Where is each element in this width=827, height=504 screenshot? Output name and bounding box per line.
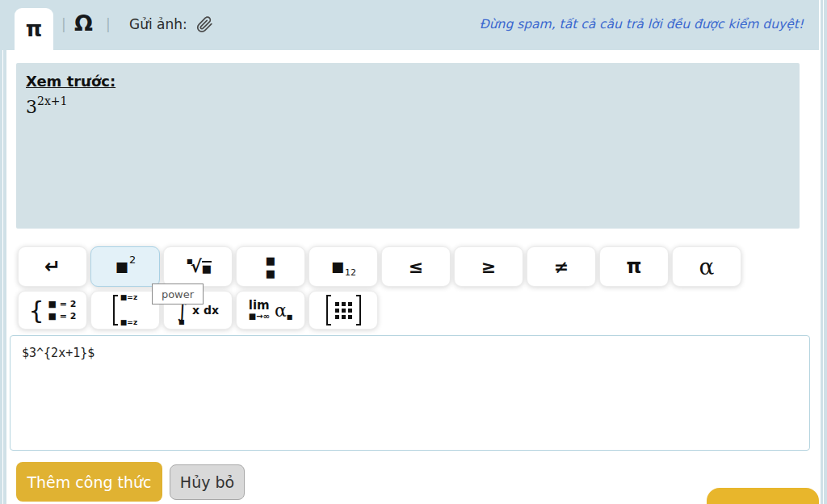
- page-border-right: [821, 0, 827, 504]
- rendered-formula: 32x+1: [26, 96, 790, 117]
- omega-icon: Ω: [74, 10, 93, 36]
- fraction-denominator: ■: [266, 268, 275, 279]
- less-equal-button[interactable]: ≤: [381, 246, 451, 287]
- cases-icon: ■ = 2 ■ = 2: [48, 299, 77, 321]
- eval-limits: ■=z ■=z: [120, 294, 137, 326]
- newline-icon: ↵: [44, 255, 61, 278]
- power-tooltip: power: [152, 284, 204, 304]
- fraction-numerator: ■: [266, 255, 275, 266]
- matrix-button[interactable]: [309, 291, 378, 330]
- pi-icon: π: [627, 255, 642, 278]
- eval-bracket-button[interactable]: ■=z ■=z: [90, 291, 160, 330]
- power-icon: ■: [115, 258, 128, 275]
- tab-math-formula[interactable]: π: [15, 8, 53, 50]
- preview-panel: Xem trước: 32x+1: [16, 63, 800, 229]
- subscript-index: 12: [345, 267, 356, 278]
- greater-equal-icon: ≥: [481, 257, 496, 277]
- integral-lower-bound: ■: [178, 318, 185, 326]
- lim-under: ■→∞: [249, 313, 270, 321]
- cancel-button[interactable]: Hủy bỏ: [170, 464, 245, 500]
- formula-exponent: 2x+1: [37, 94, 67, 107]
- nth-root-button[interactable]: ■ √ ■: [163, 246, 233, 287]
- moderation-notice: Đừng spam, tất cả câu trả lời đều được k…: [480, 17, 804, 32]
- newline-button[interactable]: ↵: [18, 246, 87, 287]
- lim-alpha: α: [275, 300, 287, 321]
- not-equal-button[interactable]: ≠: [527, 246, 596, 287]
- header-separator: |: [61, 16, 66, 32]
- subscript-icon: ■: [331, 258, 344, 275]
- pi-button[interactable]: π: [599, 246, 669, 287]
- limit-icon: lim ■→∞: [249, 300, 270, 321]
- not-equal-icon: ≠: [554, 257, 569, 277]
- formula-base: 3: [26, 97, 37, 117]
- power-button[interactable]: ■ 2: [90, 246, 160, 287]
- alpha-icon: α: [699, 254, 715, 280]
- greater-equal-button[interactable]: ≥: [454, 246, 523, 287]
- add-formula-button[interactable]: Thêm công thức: [16, 462, 162, 502]
- header-separator: |: [106, 16, 111, 32]
- cases-button[interactable]: { ■ = 2 ■ = 2: [18, 291, 87, 330]
- fraction-icon: ■ ■: [266, 255, 275, 279]
- alpha-button[interactable]: α: [672, 246, 741, 287]
- eval-upper-limit: ■=z: [120, 294, 137, 301]
- bottom-right-partial-button[interactable]: [707, 488, 819, 504]
- root-index: ■: [187, 258, 193, 265]
- header-bar: π | Ω | Gửi ảnh: Đừng spam, tất cả câu t…: [0, 0, 819, 50]
- matrix-right-bracket-icon: [356, 295, 361, 326]
- power-exponent: 2: [129, 254, 136, 266]
- square-bracket-icon: [113, 295, 118, 326]
- lim-alpha-subscript: ■: [287, 313, 293, 321]
- matrix-icon: [335, 302, 352, 319]
- send-image-label: Gửi ảnh:: [129, 16, 187, 32]
- radicand: ■: [202, 261, 212, 274]
- preview-title: Xem trước:: [26, 73, 790, 90]
- cases-line1: ■ = 2: [48, 299, 77, 309]
- tab-special-symbols[interactable]: Ω: [74, 10, 93, 36]
- eval-lower-limit: ■=z: [120, 319, 137, 326]
- matrix-left-bracket-icon: [326, 295, 331, 326]
- cases-line2: ■ = 2: [48, 311, 77, 321]
- pi-tab-icon: π: [26, 17, 43, 41]
- integral-expression: x dx: [192, 304, 219, 317]
- curly-brace-icon: {: [28, 296, 44, 325]
- less-equal-icon: ≤: [409, 257, 423, 277]
- limit-button[interactable]: lim ■→∞ α ■: [236, 291, 305, 330]
- page-border-left: [0, 0, 6, 504]
- fraction-button[interactable]: ■ ■: [236, 246, 305, 287]
- lim-text: lim: [249, 300, 270, 312]
- latex-input[interactable]: $3^{2x+1}$: [10, 335, 810, 451]
- subscript-button[interactable]: ■ 12: [309, 246, 378, 287]
- paperclip-icon[interactable]: [196, 15, 213, 37]
- formula-editor-page: π | Ω | Gửi ảnh: Đừng spam, tất cả câu t…: [0, 0, 827, 504]
